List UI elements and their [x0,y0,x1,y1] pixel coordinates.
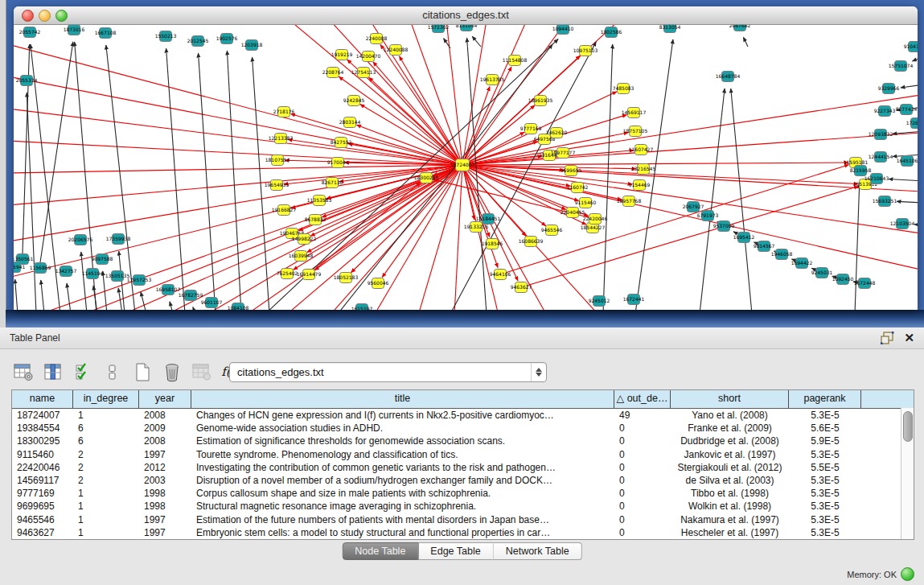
graph-node[interactable]: 16958107 [156,285,181,295]
graph-node[interactable]: 1342757 [55,266,77,277]
column-header-out_degree[interactable]: △ out_de… [614,390,671,408]
network-window[interactable]: 2718176122133831810755419654935191668271… [14,6,918,310]
column-header-year[interactable]: year [139,390,191,408]
delete-column-icon[interactable] [162,361,183,382]
graph-node[interactable]: 1694422 [791,258,813,269]
graph-node[interactable]: 19166827 [272,205,297,216]
graph-node[interactable]: 9464106 [490,270,511,280]
close-panel-icon[interactable]: ✕ [904,331,914,345]
graph-node[interactable]: 3915941 [14,262,26,273]
graph-node[interactable]: 16914479 [297,270,322,280]
graph-node[interactable]: 1672441 [623,295,645,305]
graph-node[interactable]: 1145194 [82,269,104,279]
graph-node[interactable]: 12444154 [869,152,893,163]
graph-node[interactable]: 16086639 [519,237,544,247]
graph-node[interactable]: 11353583 [307,196,332,206]
graph-node[interactable]: 16782759 [179,290,203,301]
graph-node[interactable]: 12754113 [351,68,376,78]
graph-node[interactable]: 9104795 [904,42,918,52]
graph-node[interactable]: 22040455 [561,208,585,218]
graph-node[interactable]: 9463627 [511,282,532,293]
graph-node[interactable]: 9601107 [201,298,223,308]
graph-node[interactable]: 1203918 [241,40,263,51]
graph-node[interactable]: 17957253 [127,275,152,286]
graph-node[interactable]: 9560046 [368,278,389,289]
graph-node[interactable]: 9814567 [754,241,775,252]
graph-node[interactable]: 9097588 [92,254,113,265]
graph-node[interactable]: 12093832 [869,130,893,140]
graph-node[interactable]: 11154808 [503,56,528,66]
graph-node[interactable]: 9154469 [629,180,651,191]
select-columns-icon[interactable] [72,361,93,382]
show-column-icon[interactable] [43,361,64,382]
graph-node[interactable]: 1918546 [482,239,503,249]
graph-node[interactable]: 19613785 [480,75,505,85]
scrollbar-thumb[interactable] [903,411,913,442]
table-row[interactable]: 911546021997Tourette syndrome. Phenomeno… [12,448,914,461]
graph-node[interactable]: 2803144 [339,117,361,128]
citation-network-graph[interactable]: 2718176122133831810755419654935191668271… [14,24,918,310]
graph-node[interactable]: 1873016 [64,25,85,35]
graph-node[interactable]: 9465546 [541,225,563,236]
graph-node[interactable]: 2087682 [729,24,751,31]
table-row[interactable]: 1456911722003Disruption of a novel membe… [12,474,914,487]
graph-node[interactable]: 19654935 [265,180,290,191]
graph-node[interactable]: 1615197 [351,304,373,311]
graph-node[interactable]: 1550213 [155,31,177,42]
graph-node[interactable]: 9329966 [878,84,900,94]
graph-node[interactable]: 16961935 [528,96,553,106]
graph-node[interactable]: 14200470 [356,51,381,62]
graph-node[interactable]: 17359938 [106,234,131,245]
graph-node[interactable]: 18757105 [623,126,648,137]
graph-node[interactable]: 1094410 [552,24,574,35]
graph-node[interactable]: 7625402 [277,269,298,279]
graph-node[interactable]: 16648784 [716,72,741,82]
float-panel-icon[interactable] [881,332,894,344]
graph-node[interactable]: 9537099 [713,221,735,232]
window-titlebar[interactable]: citations_edges.txt [14,6,918,25]
graph-node[interactable]: 8215958 [850,166,872,176]
column-header-short[interactable]: short [671,390,789,408]
table-select-dropdown[interactable]: citations_edges.txt [229,362,547,382]
graph-node[interactable]: 14569117 [622,108,647,118]
table-row[interactable]: 1830029562008Estimation of significance … [12,435,914,447]
graph-node[interactable]: 12240088 [384,45,409,56]
graph-node[interactable]: 15693251 [873,196,897,207]
graph-node[interactable]: 2208764 [322,68,344,78]
graph-node[interactable]: 9170044 [327,158,349,168]
graph-node[interactable]: 8131054 [456,24,478,31]
graph-node[interactable]: 9245031 [811,268,833,278]
graph-node[interactable]: 10975103 [573,46,598,56]
table-settings-icon[interactable] [13,361,34,382]
graph-node[interactable]: 1695412 [733,233,755,243]
graph-node[interactable]: 20206576 [68,235,93,245]
graph-node[interactable]: 1919219 [331,50,353,60]
column-header-pagerank[interactable]: pagerank [789,390,861,408]
row-height-icon[interactable] [102,361,123,382]
graph-node[interactable]: 1946058 [771,249,793,260]
graph-node[interactable]: 1645106 [897,156,918,167]
column-header-in_degree[interactable]: in_degree [73,390,139,408]
graph-node[interactable]: 1572302 [428,24,450,33]
graph-node[interactable]: 22420046 [583,214,608,225]
graph-node[interactable]: 2067927 [683,202,704,212]
graph-node[interactable]: 15751074 [889,61,914,72]
graph-node[interactable]: 9699695 [561,166,582,176]
graph-node[interactable]: 8277434 [896,105,918,115]
column-header-name[interactable]: name [12,390,73,408]
graph-node[interactable]: 8267130 [322,178,343,188]
graph-node[interactable]: 1726051 [906,118,918,129]
column-header-title[interactable]: title [191,390,614,408]
graph-node[interactable]: 1667108 [95,28,117,39]
tab-edge-table[interactable]: Edge Table [418,542,492,560]
table-row[interactable]: 977716911998Corpus callosum shape and si… [12,487,914,500]
graph-node[interactable]: 9115460 [575,198,597,208]
table-row[interactable]: 969969511998Structural magnetic resonanc… [12,500,914,513]
graph-node[interactable]: 8678832 [305,215,326,225]
new-column-icon[interactable] [132,361,153,382]
tab-node-table[interactable]: Node Table [342,542,418,560]
graph-node[interactable]: 1902576 [216,34,238,44]
table-row[interactable]: 1872400712008Changes of HCN gene express… [12,409,914,422]
graph-node[interactable]: 9242845 [343,96,365,106]
table-row[interactable]: 946362711997Embryonic stem cells: a mode… [12,526,914,539]
